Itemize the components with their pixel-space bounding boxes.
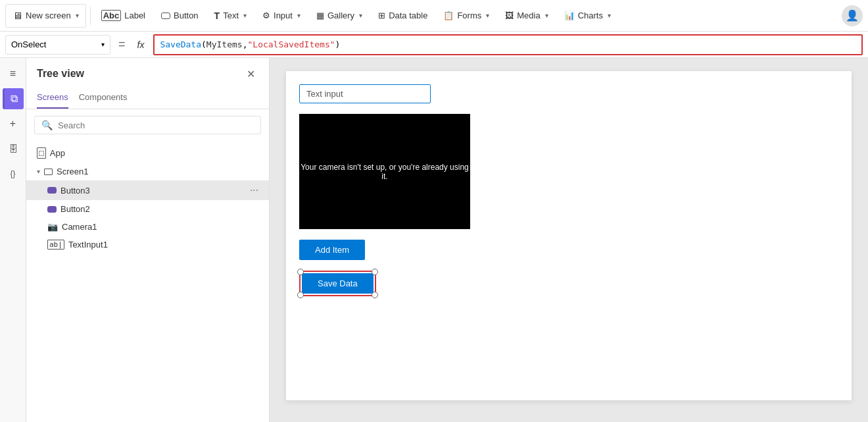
button-tool-button[interactable]: Button <box>155 4 205 28</box>
forms-icon: 📋 <box>443 11 454 20</box>
new-screen-chevron-icon: ▾ <box>76 12 79 19</box>
button-tool-label: Button <box>174 11 199 20</box>
textinput1-label: TextInput1 <box>68 240 108 250</box>
data-table-icon: ⊞ <box>378 11 385 20</box>
toolbar-right: 👤 <box>842 5 863 26</box>
tree-item-textinput1[interactable]: ab| TextInput1 <box>26 236 269 253</box>
search-icon: 🔍 <box>41 120 53 130</box>
charts-icon: 📊 <box>564 11 575 20</box>
handle-top-left <box>297 269 304 275</box>
profile-avatar[interactable]: 👤 <box>842 5 863 26</box>
data-button[interactable]: 🗄 <box>3 138 24 159</box>
screen1-icon <box>44 169 53 175</box>
charts-chevron-icon: ▾ <box>608 12 611 19</box>
add-component-button[interactable]: + <box>3 113 24 134</box>
search-input[interactable] <box>58 120 254 130</box>
tree-items-list: □ App ▾ Screen1 Button3 ··· Button2 <box>26 141 269 422</box>
text-tool-button[interactable]: T Text ▾ <box>208 4 253 28</box>
save-data-button[interactable]: Save Data <box>302 273 374 294</box>
button-icon <box>161 13 170 19</box>
tree-item-button2[interactable]: Button2 <box>26 200 269 218</box>
separator-1 <box>90 7 91 25</box>
tree-view-button[interactable]: ⧉ <box>3 88 24 109</box>
tree-panel: Tree view ✕ Screens Components 🔍 □ App ▾… <box>26 58 270 422</box>
camera1-label: Camera1 <box>62 222 97 232</box>
handle-bottom-right <box>372 292 378 298</box>
handle-bottom-left <box>297 292 304 298</box>
tree-item-button3[interactable]: Button3 ··· <box>26 180 269 200</box>
tab-components[interactable]: Components <box>79 87 128 109</box>
new-screen-label: New screen <box>26 11 71 20</box>
app-label: App <box>50 148 65 158</box>
tree-close-button[interactable]: ✕ <box>243 66 258 82</box>
hamburger-menu-button[interactable]: ≡ <box>3 63 24 84</box>
gallery-chevron-icon: ▾ <box>359 12 362 19</box>
text-icon: T <box>214 11 220 21</box>
gallery-tool-label: Gallery <box>327 11 354 20</box>
save-data-wrapper: Save Data <box>299 271 376 296</box>
toolbar: 🖥 New screen ▾ Abc Label Button T Text ▾… <box>0 0 868 32</box>
app-icon: □ <box>37 147 46 159</box>
gallery-icon: ▦ <box>316 11 324 20</box>
media-tool-label: Media <box>517 11 540 20</box>
input-tool-label: Input <box>274 11 293 20</box>
button2-icon <box>47 206 57 213</box>
formula-paren-open: ( <box>201 40 206 49</box>
formula-function-name: SaveData <box>160 40 201 49</box>
add-item-label: Add Item <box>315 245 349 255</box>
left-icon-bar: ≡ ⧉ + 🗄 {} <box>0 58 26 422</box>
media-icon: 🖼 <box>505 11 514 20</box>
property-select[interactable]: OnSelect ▾ <box>5 35 110 55</box>
input-chevron-icon: ▾ <box>297 12 301 19</box>
label-tool-label: Label <box>124 11 145 20</box>
text-input-placeholder: Text input <box>306 89 343 99</box>
media-tool-button[interactable]: 🖼 Media ▾ <box>498 4 554 28</box>
formula-input[interactable]: SaveData( MyItems, "LocalSavedItems" ) <box>153 34 863 55</box>
textinput1-icon: ab| <box>47 240 64 250</box>
main-layout: ≡ ⧉ + 🗄 {} Tree view ✕ Screens Component… <box>0 58 868 422</box>
text-input-canvas-element[interactable]: Text input <box>299 84 431 103</box>
label-icon: Abc <box>101 10 122 21</box>
camera-canvas-element[interactable]: Your camera isn't set up, or you're alre… <box>299 114 470 229</box>
tree-header: Tree view ✕ <box>26 58 269 87</box>
button3-label: Button3 <box>60 186 90 196</box>
charts-tool-button[interactable]: 📊 Charts ▾ <box>558 4 617 28</box>
media-chevron-icon: ▾ <box>545 12 548 19</box>
screen1-label: Screen1 <box>57 167 88 176</box>
search-box: 🔍 <box>34 116 261 134</box>
tree-tabs: Screens Components <box>26 87 269 109</box>
canvas-area[interactable]: Text input Your camera isn't set up, or … <box>270 58 868 422</box>
data-table-tool-button[interactable]: ⊞ Data table <box>372 4 434 28</box>
formula-fx-label: fx <box>133 40 149 50</box>
button3-more-icon[interactable]: ··· <box>250 184 258 196</box>
formula-comma: , <box>243 40 248 49</box>
charts-tool-label: Charts <box>578 11 603 20</box>
forms-tool-button[interactable]: 📋 Forms ▾ <box>437 4 496 28</box>
save-data-label: Save Data <box>318 278 358 288</box>
input-icon: ⚙ <box>262 11 270 20</box>
tree-item-screen1[interactable]: ▾ Screen1 <box>26 163 269 180</box>
label-tool-button[interactable]: Abc Label <box>95 4 152 28</box>
handle-top-right <box>372 269 378 275</box>
canvas-frame: Text input Your camera isn't set up, or … <box>286 71 852 400</box>
text-chevron-icon: ▾ <box>243 12 247 19</box>
tab-screens[interactable]: Screens <box>37 87 68 109</box>
gallery-tool-button[interactable]: ▦ Gallery ▾ <box>310 4 369 28</box>
tree-item-app[interactable]: □ App <box>26 144 269 163</box>
formula-equals-symbol: = <box>116 38 128 51</box>
add-item-button[interactable]: Add Item <box>299 240 365 260</box>
formula-paren-close: ) <box>335 40 341 49</box>
property-label: OnSelect <box>11 40 46 49</box>
variables-button[interactable]: {} <box>3 163 24 184</box>
formula-param1: MyItems <box>206 40 243 49</box>
property-chevron-icon: ▾ <box>101 41 105 48</box>
input-tool-button[interactable]: ⚙ Input ▾ <box>256 4 307 28</box>
button3-icon <box>47 187 57 194</box>
new-screen-button[interactable]: 🖥 New screen ▾ <box>5 4 86 28</box>
camera-message: Your camera isn't set up, or you're alre… <box>299 163 470 181</box>
tree-item-camera1[interactable]: 📷 Camera1 <box>26 218 269 236</box>
forms-chevron-icon: ▾ <box>486 12 489 19</box>
camera1-icon: 📷 <box>47 222 58 232</box>
monitor-icon: 🖥 <box>12 10 22 21</box>
tree-view-title: Tree view <box>37 68 84 80</box>
